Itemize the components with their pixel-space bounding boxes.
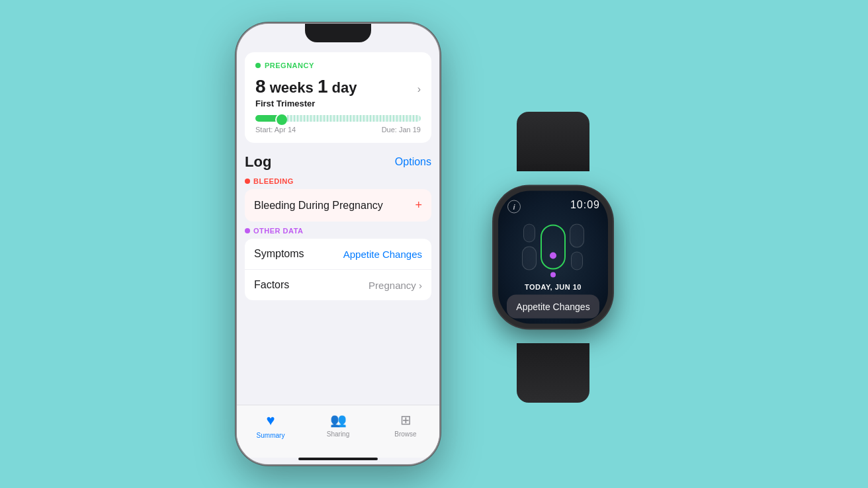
other-dot	[245, 228, 250, 233]
tab-sharing[interactable]: 👥 Sharing	[304, 412, 372, 438]
bleeding-section-label: BLEEDING	[245, 177, 431, 185]
cycle-oval-small-bl	[522, 246, 537, 270]
trimester-text: First Trimester	[255, 99, 421, 108]
tab-browse-label: Browse	[394, 430, 416, 438]
home-indicator	[298, 458, 378, 460]
watch-band-top	[517, 112, 589, 171]
tab-summary[interactable]: ♥ Summary	[237, 412, 304, 439]
watch-body-area	[503, 211, 603, 283]
symptoms-value: Appetite Changes	[343, 249, 422, 260]
bleeding-row-label: Bleeding During Pregnancy	[254, 200, 383, 212]
bleeding-row[interactable]: Bleeding During Pregnancy +	[245, 189, 431, 222]
log-section: Log Options BLEEDING Bleeding During Pre…	[237, 148, 439, 405]
pregnancy-card: PREGNANCY 8 weeks 1 day ›	[245, 52, 431, 143]
watch-pill-text: Appetite Changes	[516, 302, 589, 312]
apple-watch: i 10:09	[474, 161, 632, 353]
watch-band-bottom	[517, 343, 589, 403]
factors-value: Pregnancy ›	[369, 280, 422, 291]
tab-bar: ♥ Summary 👥 Sharing ⊞ Browse	[237, 405, 439, 458]
heart-icon: ♥	[266, 412, 275, 429]
symptoms-row[interactable]: Symptoms Appetite Changes	[245, 239, 431, 270]
progress-bar-remaining	[285, 115, 421, 122]
other-rows-container: Symptoms Appetite Changes Factors Pregna…	[245, 239, 431, 300]
cycle-oval-small-tl	[523, 224, 535, 242]
factors-row[interactable]: Factors Pregnancy ›	[245, 270, 431, 300]
progress-bar	[255, 115, 421, 122]
watch-pill: Appetite Changes	[507, 295, 599, 319]
left-ovals	[522, 224, 537, 270]
cycle-dot-left	[550, 272, 556, 278]
factors-chevron: ›	[419, 280, 422, 291]
other-label: OTHER DATA	[253, 227, 303, 235]
pregnancy-dot	[255, 63, 261, 68]
tab-summary-label: Summary	[257, 432, 285, 439]
phone-content: PREGNANCY 8 weeks 1 day ›	[237, 47, 439, 464]
watch-time: 10:09	[570, 199, 600, 211]
tab-browse[interactable]: ⊞ Browse	[372, 412, 439, 438]
weeks-display: 8 weeks 1 day	[255, 76, 357, 97]
pregnancy-label-text: PREGNANCY	[265, 61, 314, 69]
other-section-label: OTHER DATA	[245, 227, 431, 235]
start-date: Start: Apr 14	[255, 126, 296, 134]
tab-sharing-label: Sharing	[327, 430, 349, 438]
watch-date: TODAY, JUN 10	[525, 283, 582, 291]
options-button[interactable]: Options	[395, 156, 431, 168]
cycle-oval-main	[541, 224, 566, 269]
watch-case: i 10:09	[494, 186, 613, 329]
right-ovals	[570, 224, 584, 270]
weeks-count: 8 weeks 1 day	[255, 79, 357, 96]
iphone-screen: PREGNANCY 8 weeks 1 day ›	[237, 24, 439, 464]
sharing-icon: 👥	[330, 412, 347, 428]
symptoms-label: Symptoms	[254, 248, 304, 260]
cycle-oval-small-tr	[570, 224, 584, 247]
bleeding-dot	[245, 179, 250, 184]
log-header: Log Options	[245, 153, 431, 171]
bleeding-label: BLEEDING	[253, 177, 294, 185]
other-section: OTHER DATA Symptoms Appetite Changes Fac…	[245, 227, 431, 300]
pregnancy-label-row: PREGNANCY	[255, 61, 421, 69]
progress-bar-fill	[255, 115, 285, 122]
iphone-notch	[305, 24, 371, 42]
add-bleeding-icon[interactable]: +	[415, 198, 422, 212]
factors-label: Factors	[254, 279, 289, 291]
weeks-row[interactable]: 8 weeks 1 day ›	[255, 76, 421, 97]
progress-dates: Start: Apr 14 Due: Jan 19	[255, 126, 421, 134]
browse-icon: ⊞	[400, 412, 412, 428]
iphone: PREGNANCY 8 weeks 1 day ›	[236, 22, 441, 466]
scene: PREGNANCY 8 weeks 1 day ›	[236, 22, 632, 466]
due-date: Due: Jan 19	[382, 126, 421, 134]
watch-screen: i 10:09	[498, 191, 608, 324]
chevron-right-icon: ›	[417, 83, 421, 95]
log-title: Log	[245, 153, 271, 171]
cycle-oval-small-br	[571, 251, 583, 270]
cycle-visual	[503, 224, 603, 270]
